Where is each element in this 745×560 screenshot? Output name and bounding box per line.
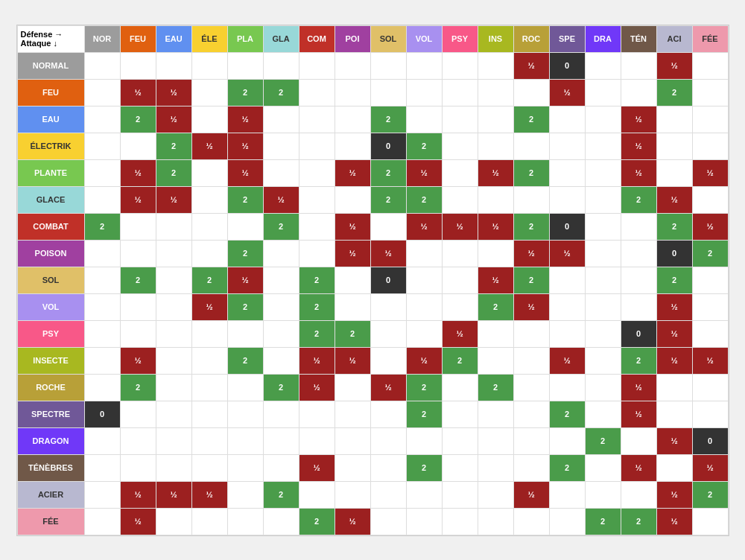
- effectiveness-cell: [299, 106, 335, 133]
- effectiveness-cell: [227, 320, 263, 347]
- col-header-psy: PSY: [442, 25, 478, 52]
- effectiveness-cell: [156, 240, 191, 267]
- effectiveness-cell: [191, 159, 227, 186]
- row-header-electrik: ÉLECTRIK: [17, 133, 84, 159]
- effectiveness-cell: 0: [549, 52, 585, 79]
- effectiveness-cell: [191, 106, 227, 133]
- row-header-fee: FÉE: [17, 508, 84, 535]
- effectiveness-cell: ½: [621, 159, 656, 186]
- effectiveness-cell: [442, 401, 478, 427]
- effectiveness-cell: [406, 427, 442, 454]
- effectiveness-cell: 2: [406, 454, 442, 481]
- effectiveness-cell: [692, 374, 728, 401]
- effectiveness-cell: [335, 106, 370, 133]
- effectiveness-cell: [156, 454, 191, 481]
- col-header-gla: GLA: [263, 25, 299, 52]
- effectiveness-cell: [370, 79, 406, 106]
- col-header-dra: DRA: [585, 25, 621, 52]
- effectiveness-cell: [263, 267, 299, 293]
- effectiveness-cell: [692, 293, 728, 320]
- table-row: ACIER½½½2½½2: [17, 481, 728, 508]
- effectiveness-cell: 2: [227, 293, 263, 320]
- effectiveness-cell: [406, 79, 442, 106]
- effectiveness-cell: ½: [692, 347, 728, 374]
- table-row: PSY22½0½: [17, 320, 728, 347]
- col-header-fee: FÉE: [692, 25, 728, 52]
- table-row: POISON2½½½½02: [17, 240, 728, 267]
- effectiveness-cell: 2: [442, 347, 478, 374]
- effectiveness-cell: ½: [299, 454, 335, 481]
- type-chart-container: Défense →Attaque ↓NORFEUEAUÉLEPLAGLACOMP…: [16, 25, 729, 536]
- effectiveness-cell: [84, 267, 120, 293]
- effectiveness-cell: [513, 427, 549, 454]
- effectiveness-cell: [84, 427, 120, 454]
- effectiveness-cell: [692, 401, 728, 427]
- effectiveness-cell: 2: [299, 508, 335, 535]
- effectiveness-cell: ½: [406, 159, 442, 186]
- effectiveness-cell: [370, 52, 406, 79]
- effectiveness-cell: [621, 79, 656, 106]
- table-row: VOL½222½½: [17, 293, 728, 320]
- effectiveness-cell: [156, 508, 191, 535]
- effectiveness-cell: [120, 401, 156, 427]
- effectiveness-cell: [299, 401, 335, 427]
- col-header-sol: SOL: [370, 25, 406, 52]
- effectiveness-cell: [478, 508, 513, 535]
- effectiveness-cell: 2: [227, 240, 263, 267]
- row-header-combat: COMBAT: [17, 213, 84, 240]
- effectiveness-cell: [621, 481, 656, 508]
- effectiveness-cell: [549, 186, 585, 213]
- effectiveness-cell: [84, 374, 120, 401]
- effectiveness-cell: [299, 159, 335, 186]
- effectiveness-cell: [621, 213, 656, 240]
- effectiveness-cell: [656, 454, 692, 481]
- effectiveness-cell: 2: [120, 106, 156, 133]
- effectiveness-cell: [120, 240, 156, 267]
- effectiveness-cell: [263, 508, 299, 535]
- effectiveness-cell: [692, 320, 728, 347]
- effectiveness-cell: ½: [335, 213, 370, 240]
- effectiveness-cell: [656, 401, 692, 427]
- row-header-roche: ROCHE: [17, 374, 84, 401]
- effectiveness-cell: [442, 374, 478, 401]
- effectiveness-cell: [299, 213, 335, 240]
- effectiveness-cell: [585, 401, 621, 427]
- effectiveness-cell: 2: [227, 79, 263, 106]
- effectiveness-cell: 2: [549, 401, 585, 427]
- effectiveness-cell: [621, 52, 656, 79]
- effectiveness-cell: 2: [513, 106, 549, 133]
- effectiveness-cell: ½: [299, 374, 335, 401]
- effectiveness-cell: ½: [692, 213, 728, 240]
- row-header-dragon: DRAGON: [17, 427, 84, 454]
- effectiveness-cell: [656, 106, 692, 133]
- effectiveness-cell: [335, 133, 370, 159]
- effectiveness-cell: [84, 508, 120, 535]
- effectiveness-cell: [84, 133, 120, 159]
- effectiveness-cell: [227, 213, 263, 240]
- effectiveness-cell: [549, 427, 585, 454]
- effectiveness-cell: [692, 133, 728, 159]
- effectiveness-cell: 2: [263, 79, 299, 106]
- effectiveness-cell: [156, 267, 191, 293]
- effectiveness-cell: [370, 481, 406, 508]
- effectiveness-cell: [120, 133, 156, 159]
- effectiveness-cell: ½: [120, 481, 156, 508]
- col-header-ele: ÉLE: [191, 25, 227, 52]
- effectiveness-cell: ½: [656, 186, 692, 213]
- effectiveness-cell: ½: [263, 186, 299, 213]
- effectiveness-cell: ½: [656, 347, 692, 374]
- effectiveness-cell: [335, 374, 370, 401]
- effectiveness-cell: [120, 320, 156, 347]
- effectiveness-cell: 2: [263, 481, 299, 508]
- effectiveness-cell: ½: [656, 508, 692, 535]
- effectiveness-cell: [585, 293, 621, 320]
- row-header-eau: EAU: [17, 106, 84, 133]
- effectiveness-cell: [335, 293, 370, 320]
- effectiveness-cell: [227, 401, 263, 427]
- effectiveness-cell: [191, 186, 227, 213]
- effectiveness-cell: [335, 79, 370, 106]
- effectiveness-cell: [406, 293, 442, 320]
- col-header-spe: SPE: [549, 25, 585, 52]
- effectiveness-cell: ½: [621, 401, 656, 427]
- effectiveness-cell: 0: [621, 320, 656, 347]
